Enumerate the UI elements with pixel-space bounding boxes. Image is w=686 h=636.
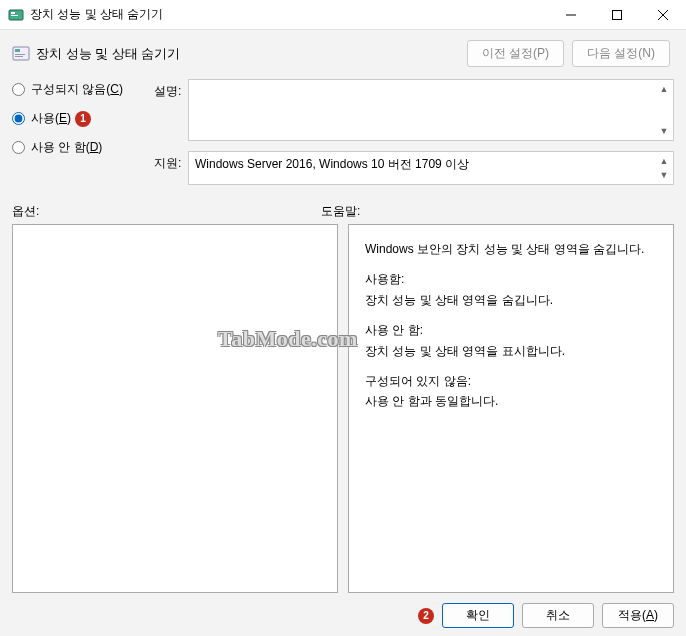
policy-icon [12, 45, 30, 63]
radio-not-configured-input[interactable] [12, 83, 25, 96]
radio-not-configured-label: 구성되지 않음(C) [31, 81, 123, 98]
radio-enabled-label: 사용(E) [31, 110, 71, 127]
minimize-button[interactable] [548, 0, 594, 30]
apply-button[interactable]: 적용(A) [602, 603, 674, 628]
help-text: 구성되어 있지 않음: 사용 안 함과 동일합니다. [365, 371, 657, 412]
support-row: 지원: Windows Server 2016, Windows 10 버전 1… [154, 151, 674, 185]
panels: Windows 보안의 장치 성능 및 상태 영역을 숨깁니다. 사용함: 장치… [12, 224, 674, 593]
svg-rect-7 [13, 47, 29, 60]
maximize-button[interactable] [594, 0, 640, 30]
support-label: 지원: [154, 151, 188, 172]
config-row: 구성되지 않음(C) 사용(E) 1 사용 안 함(D) 설명: ▲ ▼ [12, 79, 674, 195]
radio-disabled-label: 사용 안 함(D) [31, 139, 102, 156]
help-text: 사용 안 함: 장치 성능 및 상태 영역을 표시합니다. [365, 320, 657, 361]
radio-disabled[interactable]: 사용 안 함(D) [12, 139, 142, 156]
svg-rect-9 [15, 54, 25, 55]
content-area: 장치 성능 및 상태 숨기기 이전 설정(P) 다음 설정(N) 구성되지 않음… [0, 30, 686, 636]
annotation-badge-2: 2 [418, 608, 434, 624]
svg-rect-1 [11, 12, 15, 14]
annotation-badge-1: 1 [75, 111, 91, 127]
panel-labels: 옵션: 도움말: [12, 203, 674, 220]
support-text: Windows Server 2016, Windows 10 버전 1709 … [195, 157, 469, 171]
window-controls [548, 0, 686, 30]
help-text: Windows 보안의 장치 성능 및 상태 영역을 숨깁니다. [365, 239, 657, 259]
svg-rect-2 [11, 15, 18, 16]
footer: 2 확인 취소 적용(A) [12, 593, 674, 628]
description-row: 설명: ▲ ▼ [154, 79, 674, 141]
scroll-down-icon[interactable]: ▼ [657, 168, 671, 182]
help-label: 도움말: [321, 203, 360, 220]
header-row: 장치 성능 및 상태 숨기기 이전 설정(P) 다음 설정(N) [12, 40, 674, 67]
radio-enabled[interactable]: 사용(E) 1 [12, 110, 142, 127]
close-button[interactable] [640, 0, 686, 30]
prev-setting-button[interactable]: 이전 설정(P) [467, 40, 564, 67]
scroll-up-icon[interactable]: ▲ [657, 154, 671, 168]
radio-enabled-input[interactable] [12, 112, 25, 125]
cancel-button[interactable]: 취소 [522, 603, 594, 628]
radio-not-configured[interactable]: 구성되지 않음(C) [12, 81, 142, 98]
scroll-up-icon[interactable]: ▲ [657, 82, 671, 96]
radio-disabled-input[interactable] [12, 141, 25, 154]
options-panel [12, 224, 338, 593]
options-label: 옵션: [12, 203, 321, 220]
support-box: Windows Server 2016, Windows 10 버전 1709 … [188, 151, 674, 185]
scroll-down-icon[interactable]: ▼ [657, 124, 671, 138]
next-setting-button[interactable]: 다음 설정(N) [572, 40, 670, 67]
help-panel: Windows 보안의 장치 성능 및 상태 영역을 숨깁니다. 사용함: 장치… [348, 224, 674, 593]
description-label: 설명: [154, 79, 188, 100]
description-box[interactable]: ▲ ▼ [188, 79, 674, 141]
window-title: 장치 성능 및 상태 숨기기 [30, 6, 548, 23]
fields: 설명: ▲ ▼ 지원: Windows Server 2016, Windows… [154, 79, 674, 195]
app-icon [8, 7, 24, 23]
help-text: 사용함: 장치 성능 및 상태 영역을 숨깁니다. [365, 269, 657, 310]
svg-rect-8 [15, 49, 20, 52]
radio-group: 구성되지 않음(C) 사용(E) 1 사용 안 함(D) [12, 79, 142, 195]
titlebar: 장치 성능 및 상태 숨기기 [0, 0, 686, 30]
ok-button[interactable]: 확인 [442, 603, 514, 628]
svg-rect-4 [613, 10, 622, 19]
nav-buttons: 이전 설정(P) 다음 설정(N) [467, 40, 670, 67]
page-title: 장치 성능 및 상태 숨기기 [36, 45, 467, 63]
svg-rect-10 [15, 56, 23, 57]
